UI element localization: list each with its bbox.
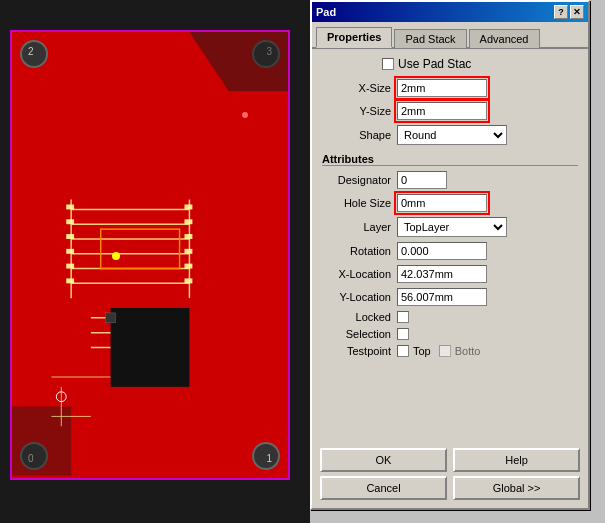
close-button[interactable]: ✕: [570, 5, 584, 19]
svg-rect-17: [66, 264, 74, 269]
use-pad-stack-row: Use Pad Stac: [322, 57, 578, 71]
svg-rect-26: [111, 308, 190, 387]
svg-marker-1: [12, 407, 71, 476]
pad-dialog: Pad ? ✕ Properties Pad Stack Advanced Us…: [310, 0, 590, 510]
svg-rect-19: [184, 204, 192, 209]
form-content: Use Pad Stac X-Size Y-Size Shape Round R…: [312, 49, 588, 370]
btn-row-1: OK Help: [320, 448, 580, 472]
locked-checkbox[interactable]: [397, 311, 409, 323]
small-dot-1: [242, 112, 248, 118]
svg-rect-24: [184, 278, 192, 283]
layer-select[interactable]: TopLayer BottomLayer MultiLayer: [397, 217, 507, 237]
pcb-traces: [12, 32, 288, 476]
x-size-row: X-Size: [322, 79, 578, 97]
svg-rect-16: [66, 249, 74, 254]
selection-row: Selection: [322, 328, 578, 340]
testpoint-label: Testpoint: [322, 345, 397, 357]
y-size-label: Y-Size: [322, 105, 397, 117]
x-location-input[interactable]: [397, 265, 487, 283]
svg-rect-20: [184, 219, 192, 224]
x-size-label: X-Size: [322, 82, 397, 94]
svg-rect-13: [66, 204, 74, 209]
tab-properties[interactable]: Properties: [316, 27, 392, 48]
dialog-buttons: OK Help Cancel Global >>: [320, 448, 580, 500]
shape-select[interactable]: Round Rectangle Oval: [397, 125, 507, 145]
btn-row-2: Cancel Global >>: [320, 476, 580, 500]
dialog-title: Pad: [316, 6, 336, 18]
rotation-row: Rotation: [322, 242, 578, 260]
global-button[interactable]: Global >>: [453, 476, 580, 500]
rotation-label: Rotation: [322, 245, 397, 257]
rotation-input[interactable]: [397, 242, 487, 260]
y-size-input[interactable]: [397, 102, 487, 120]
svg-rect-22: [184, 249, 192, 254]
ok-button[interactable]: OK: [320, 448, 447, 472]
x-location-row: X-Location: [322, 265, 578, 283]
help-icon-button[interactable]: ?: [554, 5, 568, 19]
x-location-label: X-Location: [322, 268, 397, 280]
svg-marker-0: [189, 32, 288, 91]
designator-row: Designator: [322, 171, 578, 189]
hole-size-row: Hole Size: [322, 194, 578, 212]
layer-row: Layer TopLayer BottomLayer MultiLayer: [322, 217, 578, 237]
tabs-container: Properties Pad Stack Advanced: [312, 22, 588, 49]
y-location-label: Y-Location: [322, 291, 397, 303]
svg-rect-15: [66, 234, 74, 239]
hole-size-label: Hole Size: [322, 197, 397, 209]
y-size-row: Y-Size: [322, 102, 578, 120]
hole-size-input[interactable]: [397, 194, 487, 212]
shape-label: Shape: [322, 129, 397, 141]
selection-label: Selection: [322, 328, 397, 340]
pcb-canvas: 2 3 0 1: [0, 0, 310, 523]
locked-label: Locked: [322, 311, 397, 323]
svg-rect-23: [184, 264, 192, 269]
designator-input[interactable]: [397, 171, 447, 189]
svg-rect-18: [66, 278, 74, 283]
svg-rect-25: [101, 229, 180, 268]
shape-row: Shape Round Rectangle Oval: [322, 125, 578, 145]
svg-rect-21: [184, 234, 192, 239]
locked-row: Locked: [322, 311, 578, 323]
yellow-dot: [112, 252, 120, 260]
testpoint-botto-checkbox[interactable]: [439, 345, 451, 357]
use-pad-stack-label: Use Pad Stac: [398, 57, 471, 71]
cancel-button[interactable]: Cancel: [320, 476, 447, 500]
svg-rect-14: [66, 219, 74, 224]
y-location-row: Y-Location: [322, 288, 578, 306]
dialog-titlebar: Pad ? ✕: [312, 2, 588, 22]
x-size-input[interactable]: [397, 79, 487, 97]
attributes-section: Attributes: [322, 153, 578, 166]
layer-label: Layer: [322, 221, 397, 233]
pcb-board: 2 3 0 1: [10, 30, 290, 480]
designator-label: Designator: [322, 174, 397, 186]
testpoint-top-label: Top: [413, 345, 431, 357]
tab-advanced[interactable]: Advanced: [469, 29, 540, 48]
y-location-input[interactable]: [397, 288, 487, 306]
tab-pad-stack[interactable]: Pad Stack: [394, 29, 466, 48]
selection-checkbox[interactable]: [397, 328, 409, 340]
testpoint-top-checkbox[interactable]: [397, 345, 409, 357]
title-buttons: ? ✕: [554, 5, 584, 19]
help-button[interactable]: Help: [453, 448, 580, 472]
svg-rect-27: [106, 313, 116, 323]
testpoint-botto-label: Botto: [455, 345, 481, 357]
use-pad-stack-checkbox[interactable]: [382, 58, 394, 70]
testpoint-row: Testpoint Top Botto: [322, 345, 578, 357]
